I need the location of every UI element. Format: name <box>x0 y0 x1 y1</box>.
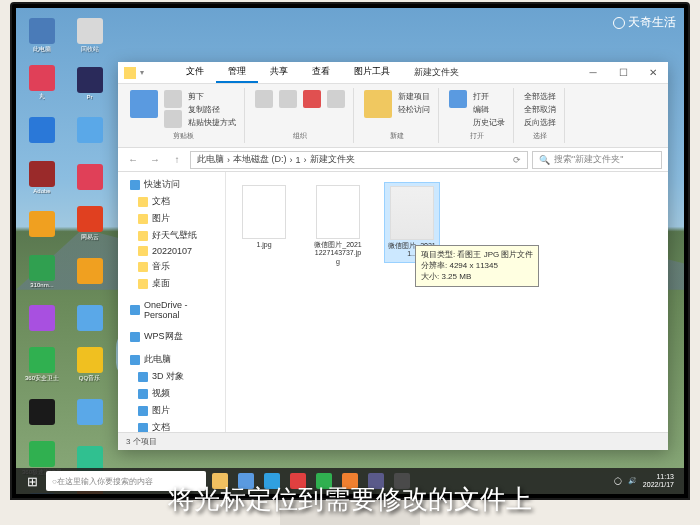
desktop-icon[interactable] <box>22 202 62 246</box>
video-subtitle: 将光标定位到需要修改的文件上 <box>0 474 700 525</box>
desktop-icon[interactable] <box>22 296 62 340</box>
sidebar-folder[interactable]: 20220107 <box>118 244 225 258</box>
sidebar-folder[interactable]: 好天气壁纸 <box>118 227 225 244</box>
tab-view[interactable]: 查看 <box>300 62 342 83</box>
file-list: 1.jpg 微信图片_20211227143737.jpg 微信图片_20211… <box>226 172 668 432</box>
delete-icon[interactable] <box>303 90 321 108</box>
file-tooltip: 项目类型: 看图王 JPG 图片文件 分辨率: 4294 x 11345 大小:… <box>415 245 539 287</box>
properties-icon[interactable] <box>449 90 467 108</box>
desktop-icon[interactable] <box>70 249 110 293</box>
file-label: 微信图片_20211227143737.jpg <box>313 241 363 266</box>
window-title: 新建文件夹 <box>414 66 459 79</box>
sidebar: 快速访问 文档 图片 好天气壁纸 20220107 音乐 桌面 OneDrive… <box>118 172 226 432</box>
desktop-icon[interactable]: 回收站 <box>70 14 110 58</box>
file-item[interactable]: 1.jpg <box>236 182 292 252</box>
sidebar-desktop[interactable]: 桌面 <box>118 275 225 292</box>
up-button[interactable]: ↑ <box>168 151 186 169</box>
moveto-icon[interactable] <box>255 90 273 108</box>
desktop-icon[interactable]: Adobe <box>22 155 62 199</box>
sidebar-documents[interactable]: 文档 <box>118 419 225 432</box>
tab-picture-tools[interactable]: 图片工具 <box>342 62 402 83</box>
desktop-icon[interactable] <box>70 155 110 199</box>
desktop-icons: 此电脑回收站丸PrAdobe网易云310nm...360安全卫士QQ音乐360极… <box>22 14 114 494</box>
desktop-icon[interactable]: 网易云 <box>70 202 110 246</box>
sidebar-wps[interactable]: WPS网盘 <box>118 328 225 345</box>
sidebar-music[interactable]: 音乐 <box>118 258 225 275</box>
status-bar: 3 个项目 <box>118 432 668 450</box>
sidebar-quick-access[interactable]: 快速访问 <box>118 176 225 193</box>
tab-share[interactable]: 共享 <box>258 62 300 83</box>
sidebar-videos[interactable]: 视频 <box>118 385 225 402</box>
desktop-icon[interactable] <box>70 108 110 152</box>
sidebar-this-pc[interactable]: 此电脑 <box>118 351 225 368</box>
minimize-button[interactable]: ─ <box>578 62 608 84</box>
watermark-brand: 天奇生活 <box>613 14 676 31</box>
file-thumbnail <box>316 185 360 239</box>
desktop-icon[interactable]: 此电脑 <box>22 14 62 58</box>
desktop-icon[interactable] <box>22 390 62 434</box>
pin-icon[interactable] <box>130 90 158 118</box>
sidebar-pictures[interactable]: 图片 <box>118 210 225 227</box>
file-thumbnail <box>390 186 434 240</box>
copy-icon[interactable] <box>164 90 182 108</box>
desktop-icon[interactable]: 310nm... <box>22 249 62 293</box>
paste-icon[interactable] <box>164 110 182 128</box>
sidebar-pictures[interactable]: 图片 <box>118 402 225 419</box>
folder-icon <box>124 67 136 79</box>
sidebar-3d-objects[interactable]: 3D 对象 <box>118 368 225 385</box>
desktop-icon[interactable]: 360安全卫士 <box>22 343 62 387</box>
tab-home[interactable]: 管理 <box>216 62 258 83</box>
newfolder-icon[interactable] <box>364 90 392 118</box>
tab-file[interactable]: 文件 <box>174 62 216 83</box>
desktop-icon[interactable] <box>70 296 110 340</box>
titlebar: ▾ 文件 管理 共享 查看 图片工具 新建文件夹 ─ ☐ ✕ <box>118 62 668 84</box>
ribbon: 剪下 复制路径 粘贴快捷方式 剪贴板 组织 新建项目 轻松访问 <box>118 84 668 148</box>
file-label: 1.jpg <box>256 241 271 249</box>
maximize-button[interactable]: ☐ <box>608 62 638 84</box>
back-button[interactable]: ← <box>124 151 142 169</box>
search-input[interactable]: 🔍搜索"新建文件夹" <box>532 151 662 169</box>
desktop-icon[interactable]: 丸 <box>22 61 62 105</box>
copyto-icon[interactable] <box>279 90 297 108</box>
forward-button[interactable]: → <box>146 151 164 169</box>
file-thumbnail <box>242 185 286 239</box>
address-bar: ← → ↑ 此电脑 › 本地磁盘 (D:) › 1 › 新建文件夹 ⟳ 🔍搜索"… <box>118 148 668 172</box>
desktop-icon[interactable] <box>70 390 110 434</box>
rename-icon[interactable] <box>327 90 345 108</box>
file-item[interactable]: 微信图片_20211227143737.jpg <box>310 182 366 269</box>
file-item-selected[interactable]: 微信图片_20211... 项目类型: 看图王 JPG 图片文件 分辨率: 42… <box>384 182 440 263</box>
breadcrumb[interactable]: 此电脑 › 本地磁盘 (D:) › 1 › 新建文件夹 ⟳ <box>190 151 528 169</box>
close-button[interactable]: ✕ <box>638 62 668 84</box>
desktop-icon[interactable]: Pr <box>70 61 110 105</box>
desktop-icon[interactable] <box>22 108 62 152</box>
file-explorer-window: ▾ 文件 管理 共享 查看 图片工具 新建文件夹 ─ ☐ ✕ 剪下 <box>118 62 668 450</box>
sidebar-onedrive[interactable]: OneDrive - Personal <box>118 298 225 322</box>
sidebar-documents[interactable]: 文档 <box>118 193 225 210</box>
desktop-icon[interactable]: QQ音乐 <box>70 343 110 387</box>
